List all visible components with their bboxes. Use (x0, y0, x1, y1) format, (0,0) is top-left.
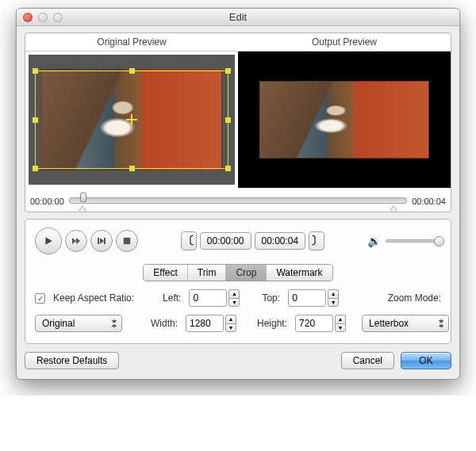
crop-handle-bl[interactable] (33, 166, 38, 171)
left-stepper[interactable]: ▲▼ (228, 289, 240, 307)
crop-handle-bm[interactable] (129, 166, 135, 171)
keep-aspect-checkbox[interactable]: ✓ (35, 293, 45, 304)
left-label: Left: (163, 292, 181, 304)
titlebar: Edit (17, 9, 459, 26)
trim-in-marker[interactable] (79, 206, 86, 212)
zoom-icon[interactable] (53, 13, 63, 22)
svg-rect-6 (124, 238, 130, 244)
step-icon (97, 236, 106, 246)
original-preview-header: Original Preview (25, 33, 238, 51)
output-preview (238, 52, 451, 188)
fast-forward-icon (71, 236, 81, 246)
crop-handle-br[interactable] (225, 166, 231, 171)
crop-handle-mr[interactable] (225, 117, 231, 123)
window-title: Edit (17, 11, 459, 23)
tab-crop[interactable]: Crop (226, 265, 267, 281)
chevron-up-icon[interactable]: ▲ (335, 315, 346, 323)
in-time-field[interactable]: 00:00:00 (200, 232, 251, 250)
tab-effect[interactable]: Effect (144, 265, 187, 281)
tab-watermark[interactable]: Watermark (267, 265, 332, 281)
width-stepper[interactable]: ▲▼ (225, 315, 236, 332)
close-icon[interactable] (23, 13, 33, 22)
select-arrows-icon: ▲▼ (438, 318, 444, 329)
aspect-ratio-value: Original (42, 318, 75, 329)
chevron-down-icon[interactable]: ▼ (228, 298, 240, 308)
zoom-mode-select[interactable]: Letterbox ▲▼ (362, 315, 449, 332)
volume-icon: 🔉 (367, 235, 381, 247)
crop-handle-tr[interactable] (225, 68, 231, 74)
svg-rect-5 (104, 238, 106, 244)
width-label: Width: (151, 318, 178, 329)
stop-button[interactable] (116, 230, 138, 252)
svg-marker-2 (76, 238, 80, 244)
top-label: Top: (262, 292, 280, 304)
chevron-up-icon[interactable]: ▲ (328, 289, 339, 298)
top-input[interactable]: 0 (288, 289, 326, 307)
volume-slider[interactable] (386, 239, 441, 243)
playhead-handle[interactable] (80, 193, 86, 202)
svg-marker-4 (100, 238, 104, 244)
video-thumb-output (259, 81, 428, 159)
svg-marker-0 (45, 237, 52, 245)
aspect-ratio-select[interactable]: Original ▲▼ (35, 315, 122, 332)
crop-rectangle[interactable] (35, 71, 228, 169)
out-time-field[interactable]: 00:00:04 (255, 232, 306, 250)
minimize-icon[interactable] (38, 13, 48, 22)
restore-defaults-button[interactable]: Restore Defaults (25, 352, 119, 369)
mark-out-button[interactable]: 〕 (309, 231, 324, 250)
play-icon (44, 236, 53, 246)
timeline-track[interactable] (69, 193, 407, 210)
output-preview-header: Output Preview (238, 33, 451, 51)
edit-window: Edit Original Preview Output Preview (16, 8, 460, 380)
zoom-mode-value: Letterbox (369, 318, 409, 329)
fast-forward-button[interactable] (65, 230, 87, 252)
stop-icon (122, 236, 132, 246)
top-stepper[interactable]: ▲▼ (328, 289, 339, 307)
height-label: Height: (257, 318, 287, 329)
tab-trim[interactable]: Trim (188, 265, 227, 281)
crop-center-icon[interactable] (126, 114, 137, 125)
width-input[interactable]: 1280 (186, 315, 224, 332)
mark-in-button[interactable]: 〔 (181, 231, 197, 250)
svg-rect-3 (98, 238, 99, 244)
trim-out-marker[interactable] (390, 206, 397, 212)
zoom-mode-label: Zoom Mode: (388, 292, 441, 304)
tab-bar: Effect Trim Crop Watermark (143, 264, 332, 281)
play-button[interactable] (35, 227, 62, 254)
chevron-up-icon[interactable]: ▲ (228, 289, 240, 298)
chevron-down-icon[interactable]: ▼ (328, 298, 339, 308)
left-input[interactable]: 0 (189, 289, 227, 307)
crop-handle-tl[interactable] (33, 68, 38, 74)
height-stepper[interactable]: ▲▼ (335, 315, 346, 332)
step-button[interactable] (90, 230, 113, 252)
select-arrows-icon: ▲▼ (111, 318, 117, 329)
crop-handle-tm[interactable] (129, 68, 135, 74)
preview-panel: Original Preview Output Preview (25, 32, 451, 212)
ok-button[interactable]: OK (401, 352, 451, 369)
volume-knob[interactable] (434, 236, 444, 247)
crop-handle-ml[interactable] (33, 117, 38, 123)
chevron-down-icon[interactable]: ▼ (225, 323, 236, 333)
keep-aspect-label: Keep Aspect Ratio: (53, 292, 134, 304)
controls-panel: 〔 00:00:00 00:00:04 〕 🔉 Effect Trim Crop (25, 219, 451, 344)
timeline-end-label: 00:00:04 (412, 197, 446, 206)
chevron-up-icon[interactable]: ▲ (225, 315, 236, 323)
height-input[interactable]: 720 (295, 315, 333, 332)
original-preview[interactable] (25, 52, 238, 188)
timeline-start-label: 00:00:00 (30, 197, 64, 206)
chevron-down-icon[interactable]: ▼ (335, 323, 346, 333)
svg-marker-1 (72, 238, 76, 244)
cancel-button[interactable]: Cancel (341, 352, 394, 369)
